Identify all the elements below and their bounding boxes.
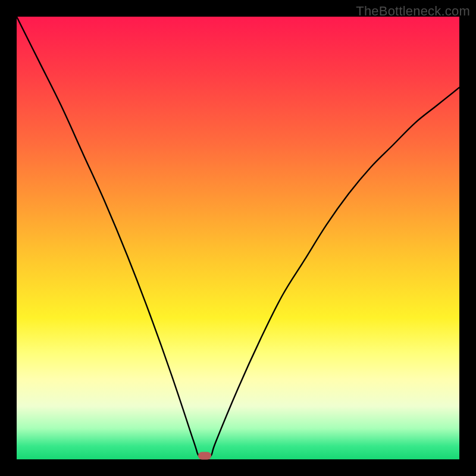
bottleneck-curve bbox=[17, 17, 459, 459]
minimum-marker bbox=[198, 452, 211, 460]
chart-frame: TheBottleneck.com bbox=[0, 0, 476, 476]
plot-area bbox=[17, 17, 459, 459]
